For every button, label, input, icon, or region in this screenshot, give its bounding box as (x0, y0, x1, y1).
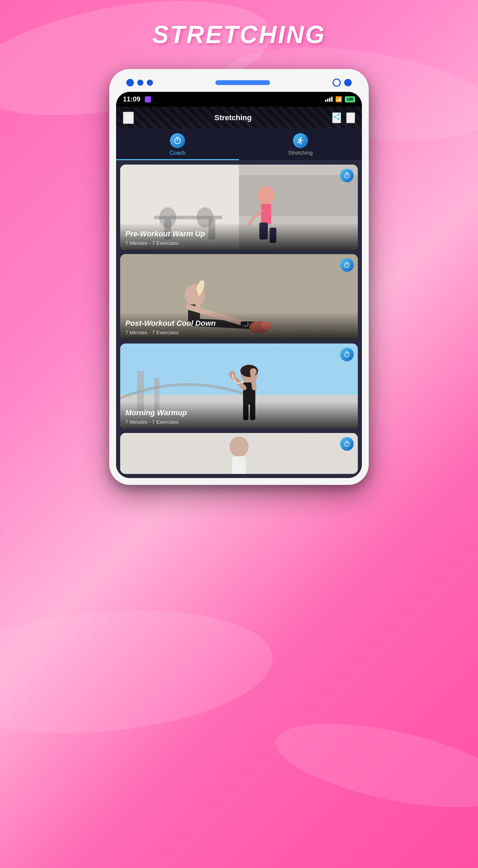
card-3-overlay: Morning Warmup 7 Minutes - 7 Exercises (120, 402, 358, 429)
svg-point-37 (250, 368, 257, 375)
app-header: ← Stretching ⋮ (116, 107, 362, 129)
status-icons: 📶 100 (325, 96, 355, 102)
phone-camera (333, 79, 341, 87)
card-3-title: Morning Warmup (125, 408, 353, 417)
timer-icon-4 (343, 440, 350, 447)
signal-bars (325, 97, 333, 102)
svg-point-9 (258, 186, 275, 205)
svg-rect-42 (232, 456, 246, 474)
coach-tab-icon (170, 133, 185, 148)
share-button[interactable] (332, 112, 341, 123)
status-time: 11:09 (123, 95, 140, 103)
twitch-icon (145, 96, 151, 102)
status-bar: 11:09 📶 100 (116, 92, 362, 107)
tab-stretching[interactable]: Stretching (239, 129, 362, 160)
tab-coach[interactable]: Coach (116, 129, 239, 160)
signal-bar-3 (329, 98, 331, 102)
wifi-icon: 📶 (335, 96, 342, 102)
workout-card-4[interactable] (120, 433, 358, 474)
tab-bar: Coach Stretching (116, 129, 362, 160)
phone-dot-right (344, 79, 352, 86)
back-button[interactable]: ← (123, 112, 134, 124)
card-3-timer (340, 348, 354, 361)
svg-rect-3 (239, 175, 358, 216)
coach-tab-label: Coach (170, 150, 185, 156)
muscle-icon (296, 137, 305, 145)
svg-rect-10 (261, 204, 271, 224)
phone-dot-2 (137, 80, 143, 86)
card-2-timer (340, 258, 354, 272)
card-2-title: Post-Workout Cool Down (125, 319, 353, 328)
phone-screen: 11:09 📶 100 ← Stretching (116, 92, 362, 478)
stopwatch-icon (173, 137, 182, 145)
phone-device: 11:09 📶 100 ← Stretching (109, 69, 369, 485)
card-3-subtitle: 7 Minutes - 7 Exercises (125, 419, 353, 425)
svg-line-25 (195, 292, 198, 307)
page-title: STRETCHING (152, 20, 326, 48)
card-1-timer (340, 169, 354, 182)
stretching-tab-icon (293, 133, 308, 148)
stretching-tab-label: Stretching (288, 150, 313, 156)
phone-left-dots (126, 79, 153, 86)
card-4-image (120, 433, 358, 474)
workout-card-post[interactable]: Post-Workout Cool Down 7 Minutes - 7 Exe… (120, 254, 358, 339)
signal-bar-1 (325, 100, 326, 102)
svg-point-41 (229, 436, 249, 457)
header-actions: ⋮ (332, 112, 355, 123)
signal-bar-2 (327, 99, 328, 102)
timer-icon-1 (343, 172, 350, 179)
card-4-background (120, 433, 358, 474)
timer-icon-2 (343, 262, 350, 268)
workout-card-morning[interactable]: Morning Warmup 7 Minutes - 7 Exercises (120, 344, 358, 429)
card-2-overlay: Post-Workout Cool Down 7 Minutes - 7 Exe… (120, 312, 358, 339)
content-area: Pre-Workout Warm Up 7 Minutes - 7 Exerci… (116, 160, 362, 478)
card-4-timer (340, 437, 354, 451)
workout-card-pre[interactable]: Pre-Workout Warm Up 7 Minutes - 7 Exerci… (120, 165, 358, 250)
phone-dot-3 (147, 80, 153, 86)
phone-dot-1 (126, 79, 134, 86)
card-1-title: Pre-Workout Warm Up (125, 229, 353, 238)
phone-hardware-top (116, 76, 362, 92)
more-button[interactable]: ⋮ (346, 112, 355, 123)
timer-icon-3 (343, 351, 350, 358)
signal-bar-4 (331, 97, 333, 102)
svg-point-36 (229, 371, 236, 378)
phone-notch (215, 80, 270, 85)
phone-right-dots (333, 79, 352, 87)
card-1-overlay: Pre-Workout Warm Up 7 Minutes - 7 Exerci… (120, 223, 358, 250)
share-icon (333, 113, 340, 121)
card-1-subtitle: 7 Minutes - 7 Exercises (125, 240, 353, 246)
battery-indicator: 100 (345, 96, 355, 102)
header-title: Stretching (214, 113, 252, 122)
card-2-subtitle: 7 Minutes - 7 Exercises (125, 330, 353, 335)
